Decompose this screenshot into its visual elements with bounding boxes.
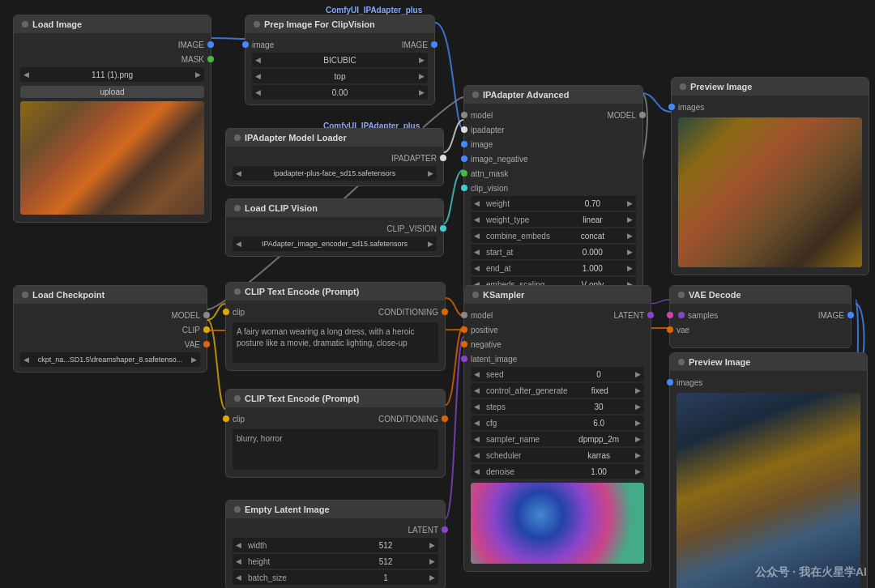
port-image-out — [207, 41, 214, 48]
denoise-value: 1.00 — [566, 467, 632, 476]
arrow-left[interactable]: ◀ — [471, 199, 483, 207]
interpolation-value: BICUBIC — [264, 56, 416, 65]
preview-bottom-image — [677, 393, 860, 588]
port-attn-in — [461, 170, 467, 177]
ipadapter-advanced-title: IPAdapter Advanced — [464, 86, 642, 104]
arrow-right[interactable]: ▶ — [425, 240, 437, 248]
empty-latent-title: Empty Latent Image — [226, 501, 445, 518]
port-images-in — [667, 379, 673, 386]
arrow-right[interactable]: ▶ — [416, 56, 428, 64]
arrow-left[interactable]: ◀ — [20, 356, 32, 364]
arrow-left[interactable]: ◀ — [471, 403, 483, 411]
arrow-left[interactable]: ◀ — [471, 232, 483, 240]
arrow-right[interactable]: ▶ — [624, 199, 636, 207]
arrow-right[interactable]: ▶ — [632, 451, 644, 459]
ipadapter-adv-model-in: model MODEL — [464, 108, 642, 122]
empty-batch-field: ◀ batch_size 1 ▶ — [226, 569, 445, 586]
port-images-in — [668, 104, 675, 110]
empty-width-field: ◀ width 512 ▶ — [226, 537, 445, 553]
steps-value: 30 — [566, 403, 632, 411]
ipadapter-adv-ipadapter-in: ipadapter — [464, 122, 642, 137]
field-arrow-left[interactable]: ◀ — [20, 70, 32, 79]
seed-value: 0 — [566, 370, 632, 379]
port-latent-in — [461, 356, 467, 362]
empty-latent-label: Empty Latent Image — [245, 505, 330, 514]
empty-height-field: ◀ height 512 ▶ — [226, 553, 445, 569]
neg-prompt-text[interactable]: blurry, horror — [233, 429, 438, 470]
arrow-left[interactable]: ◀ — [233, 541, 245, 549]
arrow-right[interactable]: ▶ — [416, 72, 428, 80]
clip-text-encode-neg-title: CLIP Text Encode (Prompt) — [226, 390, 445, 407]
port-model-out — [639, 112, 646, 118]
canvas: ComfyUI_IPAdapter_plus ComfyUI_IPAdapter… — [0, 0, 875, 588]
port-conditioning-out — [442, 309, 448, 315]
arrow-left[interactable]: ◀ — [471, 435, 483, 443]
load-image-label: Load Image — [32, 19, 82, 29]
load-image-port-image-out: IMAGE — [14, 37, 211, 52]
field-arrow-right[interactable]: ▶ — [192, 70, 204, 79]
arrow-left[interactable]: ◀ — [471, 386, 483, 394]
arrow-left[interactable]: ◀ — [252, 56, 264, 64]
arrow-right[interactable]: ▶ — [624, 264, 636, 272]
ipadapter-start-field: ◀ start_at 0.000 ▶ — [464, 244, 642, 260]
load-clip-vision-label: Load CLIP Vision — [245, 203, 318, 213]
arrow-left[interactable]: ◀ — [471, 451, 483, 459]
arrow-right[interactable]: ▶ — [426, 541, 438, 549]
ipadapter-advanced-label: IPAdapter Advanced — [483, 90, 569, 100]
ksampler-thumbnail — [471, 483, 644, 564]
pos-prompt-text[interactable]: A fairy woman wearing a long dress, with… — [233, 322, 438, 363]
checkpoint-clip-out: CLIP — [14, 322, 207, 337]
arrow-left[interactable]: ◀ — [471, 264, 483, 272]
ipadapter-model-loader-title: IPAdapter Model Loader — [226, 129, 443, 147]
arrow-right[interactable]: ▶ — [632, 386, 644, 394]
vae-decode-samples-in: samples IMAGE — [670, 308, 851, 322]
arrow-right[interactable]: ▶ — [426, 573, 438, 582]
arrow-right[interactable]: ▶ — [624, 232, 636, 240]
arrow-left[interactable]: ◀ — [471, 215, 483, 224]
load-image-preview — [20, 101, 204, 215]
arrow-left[interactable]: ◀ — [471, 370, 483, 378]
arrow-right[interactable]: ▶ — [426, 557, 438, 565]
arrow-right[interactable]: ▶ — [188, 356, 200, 364]
clip-vision-file-value: IPAdapter_image_encoder_sd15.safetensors — [245, 240, 425, 248]
arrow-left[interactable]: ◀ — [252, 88, 264, 96]
port-model-in — [461, 112, 467, 118]
start-value: 0.000 — [561, 248, 624, 257]
preview-top-image — [678, 117, 862, 267]
arrow-right[interactable]: ▶ — [632, 419, 644, 427]
arrow-right[interactable]: ▶ — [624, 215, 636, 224]
arrow-left[interactable]: ◀ — [471, 248, 483, 256]
ksampler-positive-in: positive — [464, 322, 651, 337]
arrow-right[interactable]: ▶ — [632, 370, 644, 378]
arrow-right[interactable]: ▶ — [632, 435, 644, 443]
preview-image-bottom-node: Preview Image images — [669, 352, 868, 588]
port-vae-in — [667, 326, 673, 333]
ipadapter-combine-field: ◀ combine_embeds concat ▶ — [464, 228, 642, 244]
arrow-left[interactable]: ◀ — [233, 240, 245, 248]
arrow-right[interactable]: ▶ — [632, 403, 644, 411]
port-clip-out — [203, 326, 210, 333]
preview-image-bottom-label: Preview Image — [689, 357, 750, 367]
arrow-right[interactable]: ▶ — [624, 248, 636, 256]
prep-sharpening-field: ◀ 0.00 ▶ — [245, 84, 434, 100]
arrow-left[interactable]: ◀ — [471, 467, 483, 475]
watermark: 公众号 · 我在火星学AI — [755, 565, 867, 580]
arrow-right[interactable]: ▶ — [425, 169, 437, 177]
arrow-left[interactable]: ◀ — [233, 573, 245, 582]
upload-button[interactable]: upload — [20, 86, 204, 98]
arrow-left[interactable]: ◀ — [233, 169, 245, 177]
empty-latent-out: LATENT — [226, 522, 445, 537]
arrow-left[interactable]: ◀ — [252, 72, 264, 80]
arrow-right[interactable]: ▶ — [416, 88, 428, 96]
port-positive-in — [461, 326, 467, 333]
arrow-left[interactable]: ◀ — [233, 557, 245, 565]
ipadapter-adv-image-in: image — [464, 137, 642, 151]
arrow-right[interactable]: ▶ — [632, 467, 644, 475]
port-model-in — [461, 312, 467, 318]
clip-vision-port-out: CLIP_VISION — [226, 221, 443, 236]
clip-text-encode-pos-title: CLIP Text Encode (Prompt) — [226, 283, 445, 300]
ipadapter-end-field: ◀ end_at 1.000 ▶ — [464, 260, 642, 276]
load-checkpoint-label: Load Checkpoint — [32, 290, 105, 300]
port-image-out — [847, 312, 854, 318]
arrow-left[interactable]: ◀ — [471, 419, 483, 427]
